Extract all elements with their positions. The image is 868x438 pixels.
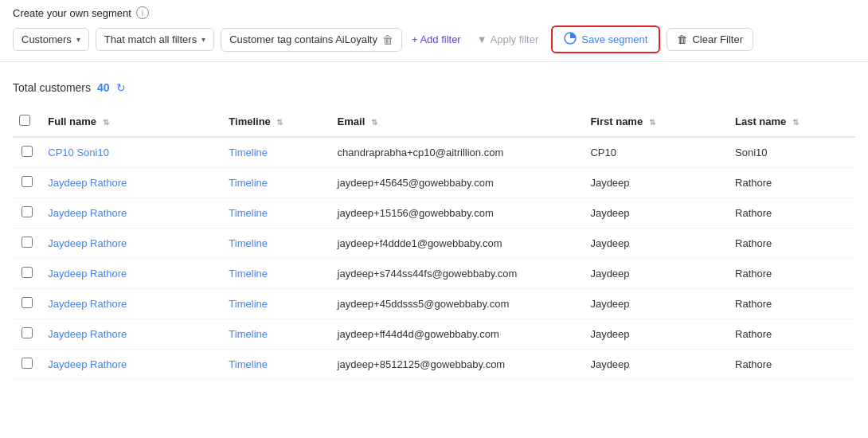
pie-chart-icon [564, 32, 577, 47]
cell-timeline: Timeline [222, 198, 330, 229]
timeline-link[interactable]: Timeline [229, 147, 268, 158]
cell-firstname: Jaydeep [584, 350, 729, 380]
customer-link[interactable]: Jaydeep Rathore [48, 207, 127, 219]
cell-firstname: Jaydeep [584, 289, 729, 319]
sort-icon[interactable]: ⇅ [276, 118, 283, 127]
row-checkbox[interactable] [22, 297, 33, 308]
timeline-link[interactable]: Timeline [229, 328, 268, 340]
table-row: Jaydeep Rathore Timeline jaydeep+15156@g… [13, 198, 855, 229]
customer-link[interactable]: Jaydeep Rathore [48, 298, 127, 310]
customer-link[interactable]: Jaydeep Rathore [48, 237, 127, 249]
cell-fullname: Jaydeep Rathore [41, 198, 222, 229]
cell-email: jaydeep+s744ss44fs@gowebbaby.com [331, 259, 585, 289]
table-row: Jaydeep Rathore Timeline jaydeep+8512125… [13, 350, 855, 380]
cell-fullname: Jaydeep Rathore [41, 289, 222, 319]
timeline-link[interactable]: Timeline [229, 298, 268, 310]
cell-email: jaydeep+45645@gowebbaby.com [331, 168, 585, 198]
row-checkbox-cell [13, 350, 41, 380]
col-header-fullname: Full name ⇅ [41, 107, 222, 137]
row-checkbox-cell [13, 259, 41, 289]
cell-lastname: Rathore [729, 168, 855, 198]
cell-lastname: Rathore [729, 259, 855, 289]
refresh-icon[interactable]: ↻ [116, 81, 126, 94]
select-all-header [13, 107, 41, 137]
row-checkbox-cell [13, 137, 41, 168]
col-header-lastname: Last name ⇅ [729, 107, 855, 137]
cell-fullname: Jaydeep Rathore [41, 168, 222, 198]
cell-email: jaydeep+45ddsss5@gowebbaby.com [331, 289, 585, 319]
filter-row: Customers ▾ That match all filters ▾ Cus… [13, 25, 855, 61]
table-row: Jaydeep Rathore Timeline jaydeep+f4ddde1… [13, 229, 855, 259]
customer-link[interactable]: Jaydeep Rathore [48, 358, 127, 370]
main-content: Total customers 40 ↻ Full name ⇅ Timelin… [0, 62, 868, 380]
timeline-link[interactable]: Timeline [229, 358, 268, 370]
segment-title: Create your own segment [13, 7, 131, 19]
cell-timeline: Timeline [222, 259, 330, 289]
row-checkbox[interactable] [22, 327, 33, 338]
cell-timeline: Timeline [222, 350, 330, 380]
clear-filter-button[interactable]: 🗑 Clear Filter [667, 28, 753, 51]
row-checkbox-cell [13, 319, 41, 350]
sort-icon[interactable]: ⇅ [371, 118, 377, 127]
match-filters-dropdown[interactable]: That match all filters ▾ [96, 28, 214, 51]
cell-lastname: Rathore [729, 289, 855, 319]
timeline-link[interactable]: Timeline [229, 237, 268, 249]
cell-fullname: Jaydeep Rathore [41, 319, 222, 350]
row-checkbox[interactable] [22, 206, 33, 217]
customers-dropdown[interactable]: Customers ▾ [13, 28, 89, 51]
row-checkbox[interactable] [22, 146, 33, 157]
save-segment-button[interactable]: Save segment [551, 25, 660, 53]
sort-icon[interactable]: ⇅ [792, 118, 799, 127]
table-row: CP10 Soni10 Timeline chandraprabha+cp10@… [13, 137, 855, 168]
cell-timeline: Timeline [222, 289, 330, 319]
cell-fullname: Jaydeep Rathore [41, 259, 222, 289]
filter-icon: ▼ [477, 33, 487, 45]
table-header-row: Full name ⇅ Timeline ⇅ Email ⇅ First nam… [13, 107, 855, 137]
cell-email: jaydeep+8512125@gowebbaby.com [331, 350, 585, 380]
cell-firstname: CP10 [584, 137, 729, 168]
cell-email: chandraprabha+cp10@aitrillion.com [331, 137, 585, 168]
top-bar: Create your own segment i Customers ▾ Th… [0, 0, 868, 62]
select-all-checkbox[interactable] [19, 115, 30, 126]
info-icon[interactable]: i [136, 6, 149, 19]
row-checkbox-cell [13, 168, 41, 198]
segment-title-row: Create your own segment i [13, 6, 855, 19]
cell-lastname: Rathore [729, 319, 855, 350]
timeline-link[interactable]: Timeline [229, 207, 268, 219]
cell-timeline: Timeline [222, 168, 330, 198]
cell-fullname: Jaydeep Rathore [41, 229, 222, 259]
cell-lastname: Rathore [729, 229, 855, 259]
row-checkbox[interactable] [22, 267, 33, 278]
total-customers-row: Total customers 40 ↻ [13, 81, 855, 94]
sort-icon[interactable]: ⇅ [103, 118, 109, 127]
timeline-link[interactable]: Timeline [229, 177, 268, 189]
customer-link[interactable]: Jaydeep Rathore [48, 177, 127, 189]
cell-fullname: CP10 Soni10 [41, 137, 222, 168]
add-filter-button[interactable]: + Add filter [409, 29, 464, 50]
customer-link[interactable]: CP10 Soni10 [48, 147, 109, 158]
cell-firstname: Jaydeep [584, 319, 729, 350]
apply-filter-button[interactable]: ▼ Apply filter [471, 29, 545, 50]
col-header-email: Email ⇅ [331, 107, 585, 137]
row-checkbox[interactable] [22, 176, 33, 187]
col-header-timeline: Timeline ⇅ [222, 107, 330, 137]
total-customers-count: 40 [97, 81, 110, 94]
trash-icon: 🗑 [677, 33, 687, 45]
cell-timeline: Timeline [222, 137, 330, 168]
chevron-down-icon: ▾ [76, 35, 80, 44]
timeline-link[interactable]: Timeline [229, 268, 268, 280]
cell-email: jaydeep+15156@gowebbaby.com [331, 198, 585, 229]
row-checkbox[interactable] [22, 237, 33, 248]
row-checkbox-cell [13, 198, 41, 229]
row-checkbox-cell [13, 229, 41, 259]
sort-icon[interactable]: ⇅ [649, 118, 655, 127]
row-checkbox-cell [13, 289, 41, 319]
customer-link[interactable]: Jaydeep Rathore [48, 328, 127, 340]
row-checkbox[interactable] [22, 358, 33, 369]
cell-firstname: Jaydeep [584, 198, 729, 229]
cell-lastname: Rathore [729, 198, 855, 229]
remove-filter-icon[interactable]: 🗑 [382, 33, 393, 46]
customer-link[interactable]: Jaydeep Rathore [48, 268, 127, 280]
filter-tag: Customer tag contains AiLoyalty 🗑 [221, 28, 402, 52]
table-row: Jaydeep Rathore Timeline jaydeep+s744ss4… [13, 259, 855, 289]
